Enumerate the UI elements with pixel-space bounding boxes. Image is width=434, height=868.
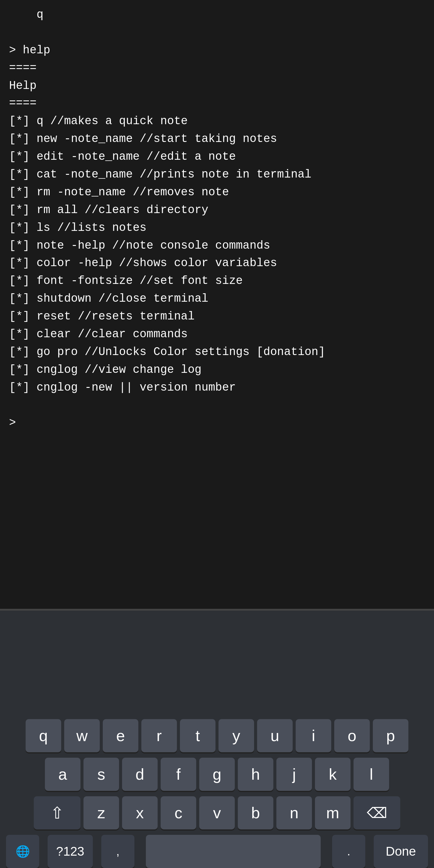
terminal-text: q > help ==== Help ==== [*] q //makes a … (9, 6, 425, 432)
globe-key[interactable]: 🌐 (6, 835, 39, 868)
key-e[interactable]: e (103, 719, 138, 752)
key-l[interactable]: l (353, 758, 389, 791)
key-p[interactable]: p (373, 719, 408, 752)
key-g[interactable]: g (199, 758, 235, 791)
key-a[interactable]: a (45, 758, 81, 791)
key-y[interactable]: y (218, 719, 254, 752)
key-j[interactable]: j (276, 758, 312, 791)
key-k[interactable]: k (315, 758, 350, 791)
key-d[interactable]: d (122, 758, 158, 791)
backspace-icon: ⌫ (367, 804, 387, 821)
key-r[interactable]: r (141, 719, 177, 752)
key-q[interactable]: q (26, 719, 61, 752)
space-key[interactable] (146, 835, 321, 868)
num-label: ?123 (56, 844, 84, 859)
key-v[interactable]: v (199, 796, 235, 830)
done-label: Done (386, 844, 416, 859)
comma-label: , (116, 845, 120, 858)
terminal-output: q > help ==== Help ==== [*] q //makes a … (0, 0, 434, 609)
keyboard-rows: qwertyuiop asdfghjkl ⇧ zxcvbnm⌫ 🌐 ?123 ,… (0, 713, 434, 868)
backspace-key[interactable]: ⌫ (353, 796, 400, 830)
key-w[interactable]: w (64, 719, 100, 752)
keyboard-row-3: ⇧ zxcvbnm⌫ (3, 796, 431, 830)
done-key[interactable]: Done (374, 835, 428, 868)
keyboard-row-2: asdfghjkl (3, 758, 431, 791)
key-o[interactable]: o (334, 719, 370, 752)
comma-key[interactable]: , (101, 835, 134, 868)
keyboard-row-1: qwertyuiop (3, 719, 431, 752)
period-key[interactable]: . (332, 835, 365, 868)
key-u[interactable]: u (257, 719, 293, 752)
key-c[interactable]: c (161, 796, 196, 830)
key-t[interactable]: t (180, 719, 216, 752)
key-s[interactable]: s (84, 758, 119, 791)
key-f[interactable]: f (161, 758, 196, 791)
key-z[interactable]: z (84, 796, 119, 830)
period-label: . (347, 845, 350, 858)
key-n[interactable]: n (276, 796, 312, 830)
keyboard: qwertyuiop asdfghjkl ⇧ zxcvbnm⌫ 🌐 ?123 ,… (0, 611, 434, 868)
globe-icon: 🌐 (16, 845, 30, 858)
key-h[interactable]: h (238, 758, 273, 791)
keyboard-row-bottom: 🌐 ?123 , . Done (3, 835, 431, 868)
shift-key[interactable]: ⇧ (34, 796, 81, 830)
shift-icon: ⇧ (50, 804, 64, 823)
key-i[interactable]: i (296, 719, 331, 752)
key-m[interactable]: m (315, 796, 350, 830)
key-b[interactable]: b (238, 796, 273, 830)
key-x[interactable]: x (122, 796, 158, 830)
num-key[interactable]: ?123 (48, 835, 93, 868)
